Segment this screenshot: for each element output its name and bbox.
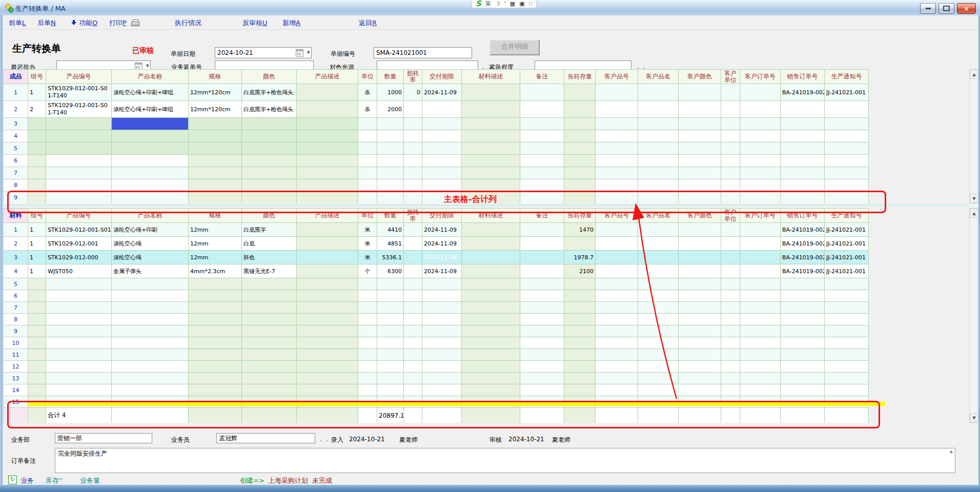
- cell[interactable]: [297, 223, 358, 237]
- cell[interactable]: [28, 373, 46, 384]
- cell[interactable]: [112, 384, 189, 396]
- cell[interactable]: [721, 302, 740, 314]
- column-header[interactable]: 客户品号: [596, 70, 638, 84]
- cell[interactable]: [242, 142, 297, 155]
- cell[interactable]: BA-241019-002: [781, 251, 825, 264]
- cell[interactable]: [564, 130, 596, 142]
- column-header[interactable]: 客户颜色: [679, 70, 721, 84]
- cell[interactable]: [781, 361, 825, 373]
- cell[interactable]: [28, 118, 46, 130]
- scroll-down-icon[interactable]: ▼: [970, 413, 978, 422]
- cell[interactable]: [596, 337, 638, 349]
- cell[interactable]: [825, 302, 869, 314]
- cell[interactable]: [721, 251, 740, 264]
- toolbar-print[interactable]: 打印P: [109, 18, 139, 28]
- remark-textarea[interactable]: 完全同版安排生产 ▲: [55, 448, 955, 473]
- cell[interactable]: 1978.7: [564, 251, 596, 264]
- cell[interactable]: [297, 192, 358, 204]
- cell[interactable]: 1: [28, 237, 46, 251]
- column-header[interactable]: 客户单位: [721, 209, 740, 223]
- column-header[interactable]: 客户品号: [596, 209, 638, 223]
- refresh-icon[interactable]: ↻: [8, 476, 17, 484]
- cell[interactable]: 涤纶空心绳+印刷+啤咀: [112, 84, 189, 101]
- cell[interactable]: [377, 325, 404, 337]
- cell[interactable]: [781, 130, 825, 142]
- cell[interactable]: [721, 167, 740, 179]
- cell[interactable]: 2: [28, 101, 46, 118]
- column-header[interactable]: 数量: [377, 209, 404, 223]
- ime-language-mode[interactable]: 英: [485, 1, 491, 8]
- cell[interactable]: [242, 314, 297, 325]
- cell[interactable]: [638, 223, 679, 237]
- cell[interactable]: [462, 314, 520, 325]
- cell[interactable]: [564, 314, 596, 325]
- cell[interactable]: [721, 264, 740, 278]
- cell[interactable]: [781, 384, 825, 396]
- cell[interactable]: [242, 349, 297, 361]
- cell[interactable]: STK1029-012-001-S01-T140: [46, 84, 112, 101]
- cell[interactable]: [638, 264, 679, 278]
- cell[interactable]: [679, 384, 721, 396]
- column-header[interactable]: 销售订单号: [781, 209, 825, 223]
- cell[interactable]: BA-241019-002: [781, 223, 825, 237]
- cell[interactable]: [242, 384, 297, 396]
- cell[interactable]: [28, 179, 46, 192]
- cell[interactable]: [679, 179, 721, 192]
- cell[interactable]: 1: [28, 251, 46, 264]
- cell[interactable]: 涤纶空心绳+印刷: [112, 223, 189, 237]
- cell[interactable]: [189, 314, 242, 325]
- column-header[interactable]: 材料描述: [462, 209, 520, 223]
- row-number[interactable]: 1: [4, 223, 28, 237]
- cell[interactable]: [422, 361, 462, 373]
- cell[interactable]: [596, 290, 638, 302]
- printer-icon[interactable]: [131, 19, 139, 26]
- cell[interactable]: [112, 361, 189, 373]
- cell[interactable]: [112, 373, 189, 384]
- scroll-up-icon[interactable]: ▲: [970, 209, 978, 218]
- cell[interactable]: [638, 155, 679, 167]
- cell[interactable]: [28, 302, 46, 314]
- cell[interactable]: [297, 290, 358, 302]
- cell[interactable]: [358, 192, 377, 204]
- cell[interactable]: [740, 349, 781, 361]
- cell[interactable]: [28, 155, 46, 167]
- column-header[interactable]: 颜色: [242, 209, 297, 223]
- cell[interactable]: JJ-241021-001: [825, 251, 869, 264]
- cell[interactable]: [462, 278, 520, 290]
- cell[interactable]: 2024-11-09: [422, 237, 462, 251]
- column-header[interactable]: 销售订单号: [781, 70, 825, 84]
- row-number[interactable]: 8: [4, 314, 28, 325]
- cell[interactable]: [112, 142, 189, 155]
- cell[interactable]: [520, 314, 564, 325]
- cell[interactable]: [564, 278, 596, 290]
- cell[interactable]: [377, 278, 404, 290]
- column-header[interactable]: 组号: [28, 70, 46, 84]
- cell[interactable]: [189, 337, 242, 349]
- grid-corner[interactable]: 成品: [4, 70, 28, 84]
- cell[interactable]: [112, 349, 189, 361]
- cell[interactable]: [721, 118, 740, 130]
- cell[interactable]: [297, 384, 358, 396]
- row-number[interactable]: 3: [4, 251, 28, 264]
- cell[interactable]: [404, 290, 422, 302]
- cell[interactable]: [596, 179, 638, 192]
- cell[interactable]: [377, 192, 404, 204]
- cell[interactable]: [596, 118, 638, 130]
- cell[interactable]: [825, 373, 869, 384]
- cell[interactable]: [520, 251, 564, 264]
- cell[interactable]: [781, 179, 825, 192]
- cell[interactable]: [638, 373, 679, 384]
- cell[interactable]: [404, 167, 422, 179]
- cell[interactable]: [638, 337, 679, 349]
- cell[interactable]: [297, 118, 358, 130]
- doc-no-input[interactable]: [374, 47, 472, 58]
- cell[interactable]: [462, 237, 520, 251]
- cell[interactable]: 胚色: [242, 251, 297, 264]
- cell[interactable]: [462, 361, 520, 373]
- cell[interactable]: [404, 192, 422, 204]
- cell[interactable]: 4410: [377, 223, 404, 237]
- cell[interactable]: [112, 167, 189, 179]
- cell[interactable]: [679, 314, 721, 325]
- cell[interactable]: [189, 384, 242, 396]
- cell[interactable]: [358, 155, 377, 167]
